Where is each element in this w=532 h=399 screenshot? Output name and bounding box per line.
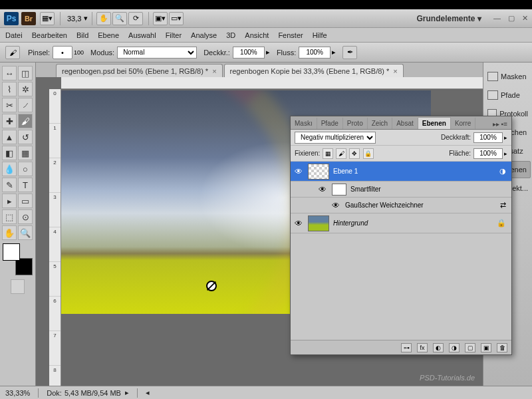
hand-tool-button[interactable]: ✋ [96,12,111,25]
menu-filter[interactable]: Filter [166,31,182,39]
delete-layer-button[interactable]: 🗑 [497,343,507,352]
layer-mask-button[interactable]: ◐ [433,343,444,352]
filter-mask-thumbnail[interactable] [332,184,346,196]
type-tool[interactable]: T [18,178,33,192]
blur-tool[interactable]: 💧 [2,162,17,176]
panel-tab-history[interactable]: Proto [343,118,368,129]
doc-size-value[interactable]: 5,43 MB/9,54 MB [65,389,121,397]
opacity-slider-flyout[interactable]: ▸ [504,134,507,141]
flow-input[interactable] [299,47,331,59]
panel-tab-character[interactable]: Zeich [368,118,392,129]
zoom-dropdown[interactable]: ▾ [84,14,88,23]
panel-tab-paths[interactable]: Pfade [317,118,343,129]
hand-tool[interactable]: ✋ [2,225,17,240]
layer-style-button[interactable]: fx [417,343,428,352]
panel-tab-adjustments[interactable]: Korre [451,118,475,129]
dock-paths[interactable]: Pfade [485,86,531,104]
layer-name[interactable]: Hintergrund [333,219,497,227]
fill-input[interactable] [473,148,503,159]
layer-blend-mode-select[interactable]: Negativ multiplizieren [295,132,376,144]
visibility-toggle-icon[interactable]: 👁 [331,201,341,210]
quick-mask-button[interactable] [11,279,25,294]
visibility-toggle-icon[interactable]: 👁 [317,185,328,194]
menu-edit[interactable]: Bearbeiten [32,31,67,39]
dock-masks[interactable]: Masken [485,68,531,85]
layer-row[interactable]: 👁 Smartfilter [291,182,511,198]
opacity-input[interactable] [233,47,265,59]
lasso-tool[interactable]: ⌇ [2,82,17,96]
crop-tool[interactable]: ✂ [2,98,17,112]
layer-row[interactable]: 👁 Ebene 1 ◑ [291,162,511,182]
dodge-tool[interactable]: ○ [18,162,33,176]
filter-name[interactable]: Gaußscher Weichzeichner [345,201,500,209]
brush-tool-icon[interactable]: 🖌 [5,46,20,59]
layer-opacity-input[interactable] [473,132,503,143]
layer-row[interactable]: 👁 Gaußscher Weichzeichner ⇄ [291,198,511,213]
zoom-tool[interactable]: 🔍 [18,225,33,240]
workspace-selector[interactable]: Grundelemente ▾ [417,14,481,23]
filter-options-icon[interactable]: ⇄ [500,201,506,209]
menu-layer[interactable]: Ebene [98,31,119,39]
color-swatches[interactable] [3,243,33,275]
rotate-view-button[interactable]: ⟳ [128,12,143,25]
close-button[interactable]: ✕ [522,14,528,22]
layer-name[interactable]: Smartfilter [350,186,509,193]
eyedropper-tool[interactable]: ⟋ [18,98,33,112]
screen-mode-button[interactable]: ▭▾ [169,12,184,25]
quick-select-tool[interactable]: ✲ [18,82,33,96]
new-layer-button[interactable]: ▣ [481,343,491,352]
3d-camera-tool[interactable]: ⊙ [18,209,33,224]
menu-image[interactable]: Bild [76,31,88,39]
panel-tab-masks[interactable]: Maskı [291,118,317,129]
brush-preview[interactable]: • [53,46,72,59]
path-select-tool[interactable]: ▸ [2,194,17,208]
doc-info-flyout[interactable]: ▸ [125,388,129,397]
lock-position-icon[interactable]: ✥ [349,148,360,159]
layer-name[interactable]: Ebene 1 [333,168,499,175]
link-layers-button[interactable]: ⊶ [401,343,412,352]
horizontal-ruler[interactable] [61,77,483,89]
document-tab[interactable]: regenbogen Kopie bei 33,3% (Ebene 1, RGB… [224,64,404,77]
healing-tool[interactable]: ✚ [2,114,17,128]
eraser-tool[interactable]: ◧ [2,146,17,160]
zoom-tool-button[interactable]: 🔍 [112,12,127,25]
move-tool[interactable]: ↔ [2,66,17,80]
tab-close-icon[interactable]: × [212,67,216,75]
menu-file[interactable]: Datei [5,31,23,39]
lock-pixels-icon[interactable]: 🖌 [336,148,346,159]
visibility-toggle-icon[interactable]: 👁 [293,219,304,228]
layer-thumbnail[interactable] [308,215,329,231]
airbrush-button[interactable]: ✒ [342,46,357,59]
panel-overflow-button[interactable]: ▸▸ ▪≡ [489,119,511,129]
gradient-tool[interactable]: ▦ [18,146,33,160]
lock-all-icon[interactable]: 🔒 [363,148,374,159]
status-zoom[interactable]: 33,33% [5,389,30,397]
bridge-logo-icon[interactable]: Br [21,12,36,25]
menu-help[interactable]: Hilfe [313,31,327,39]
menu-window[interactable]: Fenster [278,31,303,39]
3d-tool[interactable]: ⬚ [2,209,17,224]
shape-tool[interactable]: ▭ [18,194,33,208]
tab-close-icon[interactable]: × [393,67,397,75]
minimize-button[interactable]: — [493,14,501,22]
blend-mode-select[interactable]: Normal [117,47,197,59]
marquee-tool[interactable]: ◫ [18,66,33,80]
stamp-tool[interactable]: ▲ [2,130,17,144]
adjustment-layer-button[interactable]: ◑ [449,343,460,352]
flow-flyout[interactable]: ▸ [332,48,336,57]
brush-tool[interactable]: 🖌 [18,114,33,128]
zoom-level[interactable]: 33,3 [65,13,84,24]
menu-select[interactable]: Auswahl [128,31,156,39]
opacity-flyout[interactable]: ▸ [266,48,270,57]
layer-thumbnail[interactable] [308,164,329,180]
fill-slider-flyout[interactable]: ▸ [504,150,507,157]
layer-row[interactable]: 👁 Hintergrund 🔒 [291,213,511,233]
menu-3d[interactable]: 3D [226,31,235,39]
document-tab[interactable]: regenbogen.psd bei 50% (Ebene 1, RGB/8) … [56,64,223,77]
foreground-swatch[interactable] [3,243,20,261]
menu-analysis[interactable]: Analyse [191,31,217,39]
visibility-toggle-icon[interactable]: 👁 [293,167,304,176]
arrange-docs-button[interactable]: ▣▾ [153,12,168,25]
launch-bridge-button[interactable]: ▦▾ [40,12,55,25]
vertical-ruler[interactable]: 0123456789 [49,89,61,386]
